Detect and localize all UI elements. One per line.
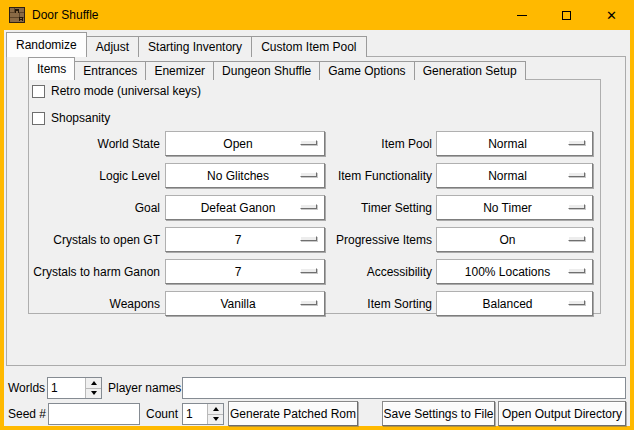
shopsanity-checkbox-row: Shopsanity	[32, 111, 110, 125]
tab-starting-inventory[interactable]: Starting Inventory	[138, 36, 252, 57]
tab-randomize[interactable]: Randomize	[6, 32, 87, 57]
item-functionality-label: Item Functionality	[282, 163, 432, 189]
generate-patched-rom-button[interactable]: Generate Patched Rom	[228, 401, 358, 426]
tab-dungeon-shuffle[interactable]: Dungeon Shuffle	[213, 61, 320, 80]
count-spinner	[182, 403, 224, 425]
minimize-button[interactable]	[499, 0, 544, 30]
option-row: Logic Level No Glitches Item Functionali…	[4, 163, 630, 189]
open-output-directory-button[interactable]: Open Output Directory	[498, 401, 626, 426]
arrow-down-icon	[91, 391, 97, 395]
door-icon	[9, 7, 25, 23]
button-label: Generate Patched Rom	[230, 407, 356, 421]
seed-label: Seed #	[8, 403, 46, 425]
tab-label: Dungeon Shuffle	[222, 64, 311, 78]
dropdown-value: 7	[235, 265, 256, 279]
arrow-up-icon	[213, 407, 219, 411]
close-button[interactable]: ✕	[589, 0, 634, 30]
count-spin-arrows	[207, 404, 223, 424]
item-pool-dropdown[interactable]: Normal	[436, 131, 593, 156]
button-label: Save Settings to File	[383, 407, 493, 421]
dropdown-value: Open	[223, 137, 266, 151]
shopsanity-checkbox[interactable]	[32, 112, 45, 125]
tab-game-options[interactable]: Game Options	[319, 61, 414, 80]
dropdown-value: Normal	[488, 137, 541, 151]
tab-adjust[interactable]: Adjust	[86, 36, 139, 57]
tab-label: Randomize	[16, 38, 77, 52]
window-title: Door Shuffle	[32, 8, 99, 22]
accessibility-dropdown[interactable]: 100% Locations	[436, 259, 593, 284]
dropdown-indicator-icon	[568, 236, 585, 241]
option-row: Crystals to open GT 7 Progressive Items …	[4, 227, 630, 253]
spin-up-button[interactable]	[208, 404, 223, 415]
sub-tabbar: Items Entrances Enemizer Dungeon Shuffle…	[28, 58, 525, 80]
seed-input[interactable]	[48, 403, 140, 425]
arrow-down-icon	[213, 417, 219, 421]
maximize-button[interactable]	[544, 0, 589, 30]
tab-label: Custom Item Pool	[261, 40, 356, 54]
tab-enemizer[interactable]: Enemizer	[145, 61, 214, 80]
item-pool-label: Item Pool	[282, 131, 432, 157]
accessibility-label: Accessibility	[282, 259, 432, 285]
tab-label: Enemizer	[154, 64, 205, 78]
worlds-spinner	[47, 377, 102, 399]
timer-setting-label: Timer Setting	[282, 195, 432, 221]
minimize-icon	[517, 15, 527, 16]
world-state-label: World State	[4, 131, 160, 157]
crystals-open-gt-label: Crystals to open GT	[4, 227, 160, 253]
dropdown-indicator-icon	[568, 172, 585, 177]
tab-custom-item-pool[interactable]: Custom Item Pool	[251, 36, 366, 57]
dropdown-indicator-icon	[568, 204, 585, 209]
retro-mode-checkbox-row: Retro mode (universal keys)	[32, 84, 201, 98]
dropdown-value: Normal	[488, 169, 541, 183]
progressive-items-label: Progressive Items	[282, 227, 432, 253]
tab-label: Generation Setup	[423, 64, 517, 78]
dropdown-value: Defeat Ganon	[201, 201, 290, 215]
main-tabbar: Randomize Adjust Starting Inventory Cust…	[6, 33, 366, 57]
tab-label: Adjust	[96, 40, 129, 54]
save-settings-button[interactable]: Save Settings to File	[382, 401, 495, 426]
tab-label: Entrances	[83, 64, 137, 78]
option-row: World State Open Item Pool Normal	[4, 131, 630, 157]
option-row: Crystals to harm Ganon 7 Accessibility 1…	[4, 259, 630, 285]
item-functionality-dropdown[interactable]: Normal	[436, 163, 593, 188]
dropdown-value: No Glitches	[207, 169, 283, 183]
item-sorting-dropdown[interactable]: Balanced	[436, 291, 593, 316]
goal-label: Goal	[4, 195, 160, 221]
dropdown-value: 7	[235, 233, 256, 247]
timer-setting-dropdown[interactable]: No Timer	[436, 195, 593, 220]
count-input[interactable]	[183, 404, 207, 424]
dropdown-indicator-icon	[568, 268, 585, 273]
count-label: Count	[146, 403, 178, 425]
maximize-icon	[562, 11, 571, 20]
option-row: Goal Defeat Ganon Timer Setting No Timer	[4, 195, 630, 221]
spin-up-button[interactable]	[86, 378, 101, 389]
spin-down-button[interactable]	[86, 389, 101, 399]
dropdown-value: On	[499, 233, 529, 247]
tab-label: Game Options	[328, 64, 405, 78]
arrow-up-icon	[91, 381, 97, 385]
spin-down-button[interactable]	[208, 415, 223, 425]
window-content: Randomize Adjust Starting Inventory Cust…	[4, 30, 630, 426]
dropdown-value: Vanilla	[220, 297, 269, 311]
progressive-items-dropdown[interactable]: On	[436, 227, 593, 252]
item-sorting-label: Item Sorting	[282, 291, 432, 317]
titlebar[interactable]: Door Shuffle ✕	[0, 0, 634, 30]
close-icon: ✕	[606, 9, 617, 22]
tab-label: Items	[37, 62, 66, 76]
dropdown-value: No Timer	[483, 201, 546, 215]
crystals-harm-ganon-label: Crystals to harm Ganon	[4, 259, 160, 285]
dropdown-value: Balanced	[482, 297, 546, 311]
logic-level-label: Logic Level	[4, 163, 160, 189]
worlds-input[interactable]	[48, 378, 85, 398]
retro-mode-checkbox[interactable]	[32, 85, 45, 98]
dropdown-indicator-icon	[568, 300, 585, 305]
worlds-spin-arrows	[85, 378, 101, 398]
app-window: Door Shuffle ✕ Randomize Adjust Starting…	[0, 0, 634, 430]
shopsanity-label: Shopsanity	[51, 111, 110, 125]
player-names-input[interactable]	[182, 377, 626, 399]
tab-generation-setup[interactable]: Generation Setup	[414, 61, 526, 80]
dropdown-value: 100% Locations	[465, 265, 564, 279]
tab-items[interactable]: Items	[28, 57, 75, 80]
tab-entrances[interactable]: Entrances	[74, 61, 146, 80]
player-names-label: Player names	[108, 377, 181, 399]
